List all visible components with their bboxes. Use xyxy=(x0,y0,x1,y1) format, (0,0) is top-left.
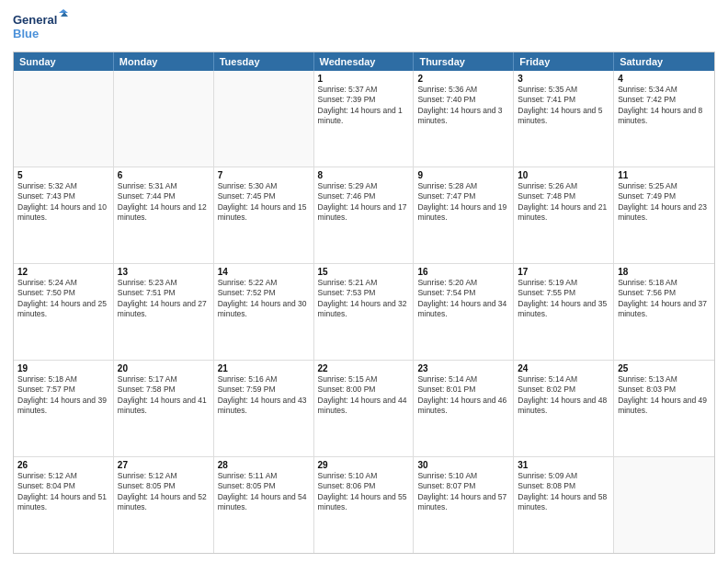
day-number: 26 xyxy=(17,460,109,470)
day-number: 6 xyxy=(118,170,210,180)
calendar-body: 1 Sunrise: 5:37 AMSunset: 7:39 PMDayligh… xyxy=(14,71,714,553)
day-number: 8 xyxy=(318,170,410,180)
header-day-sunday: Sunday xyxy=(14,52,114,71)
cell-info: Sunrise: 5:34 AMSunset: 7:42 PMDaylight:… xyxy=(618,85,711,127)
cell-info: Sunrise: 5:25 AMSunset: 7:49 PMDaylight:… xyxy=(618,181,711,224)
svg-text:Blue: Blue xyxy=(13,27,39,40)
day-cell-8: 8 Sunrise: 5:29 AMSunset: 7:46 PMDayligh… xyxy=(314,167,415,263)
cell-info: Sunrise: 5:28 AMSunset: 7:47 PMDaylight:… xyxy=(417,181,509,224)
cell-info: Sunrise: 5:15 AMSunset: 8:00 PMDaylight:… xyxy=(318,374,410,417)
day-number: 31 xyxy=(518,460,609,470)
day-number: 2 xyxy=(417,74,509,84)
day-cell-19: 19 Sunrise: 5:18 AMSunset: 7:57 PMDaylig… xyxy=(14,361,114,456)
cell-info: Sunrise: 5:11 AMSunset: 8:05 PMDaylight:… xyxy=(218,471,310,513)
cell-info: Sunrise: 5:14 AMSunset: 8:01 PMDaylight:… xyxy=(417,374,509,417)
cell-info: Sunrise: 5:21 AMSunset: 7:53 PMDaylight:… xyxy=(318,278,410,320)
week-row-5: 26 Sunrise: 5:12 AMSunset: 8:04 PMDaylig… xyxy=(14,457,714,553)
day-number: 12 xyxy=(17,267,109,277)
page-header: General Blue xyxy=(13,9,715,46)
cell-info: Sunrise: 5:12 AMSunset: 8:04 PMDaylight:… xyxy=(17,471,109,513)
day-cell-6: 6 Sunrise: 5:31 AMSunset: 7:44 PMDayligh… xyxy=(114,167,214,263)
cell-info: Sunrise: 5:09 AMSunset: 8:08 PMDaylight:… xyxy=(518,471,609,513)
day-cell-20: 20 Sunrise: 5:17 AMSunset: 7:58 PMDaylig… xyxy=(114,361,214,456)
cell-info: Sunrise: 5:16 AMSunset: 7:59 PMDaylight:… xyxy=(218,374,310,417)
day-cell-11: 11 Sunrise: 5:25 AMSunset: 7:49 PMDaylig… xyxy=(614,167,714,263)
day-cell-23: 23 Sunrise: 5:14 AMSunset: 8:01 PMDaylig… xyxy=(414,361,514,456)
empty-cell xyxy=(114,71,214,167)
header-day-thursday: Thursday xyxy=(414,52,514,71)
day-number: 20 xyxy=(118,363,210,373)
cell-info: Sunrise: 5:23 AMSunset: 7:51 PMDaylight:… xyxy=(118,278,210,320)
day-number: 27 xyxy=(118,460,210,470)
cell-info: Sunrise: 5:24 AMSunset: 7:50 PMDaylight:… xyxy=(17,278,109,320)
empty-cell xyxy=(214,71,314,167)
day-number: 7 xyxy=(218,170,310,180)
day-cell-4: 4 Sunrise: 5:34 AMSunset: 7:42 PMDayligh… xyxy=(614,71,714,167)
day-cell-13: 13 Sunrise: 5:23 AMSunset: 7:51 PMDaylig… xyxy=(114,264,214,360)
cell-info: Sunrise: 5:29 AMSunset: 7:46 PMDaylight:… xyxy=(318,181,410,224)
day-number: 25 xyxy=(618,363,711,373)
cell-info: Sunrise: 5:12 AMSunset: 8:05 PMDaylight:… xyxy=(118,471,210,513)
day-number: 19 xyxy=(17,363,109,373)
cell-info: Sunrise: 5:17 AMSunset: 7:58 PMDaylight:… xyxy=(118,374,210,417)
day-number: 29 xyxy=(318,460,410,470)
day-cell-10: 10 Sunrise: 5:26 AMSunset: 7:48 PMDaylig… xyxy=(514,167,614,263)
calendar-header: SundayMondayTuesdayWednesdayThursdayFrid… xyxy=(14,52,714,71)
day-cell-3: 3 Sunrise: 5:35 AMSunset: 7:41 PMDayligh… xyxy=(514,71,614,167)
day-number: 10 xyxy=(518,170,609,180)
day-cell-29: 29 Sunrise: 5:10 AMSunset: 8:06 PMDaylig… xyxy=(314,457,415,553)
day-number: 30 xyxy=(417,460,509,470)
week-row-4: 19 Sunrise: 5:18 AMSunset: 7:57 PMDaylig… xyxy=(14,361,714,457)
cell-info: Sunrise: 5:26 AMSunset: 7:48 PMDaylight:… xyxy=(518,181,609,224)
day-number: 5 xyxy=(17,170,109,180)
day-cell-25: 25 Sunrise: 5:13 AMSunset: 8:03 PMDaylig… xyxy=(614,361,714,456)
day-cell-12: 12 Sunrise: 5:24 AMSunset: 7:50 PMDaylig… xyxy=(14,264,114,360)
header-day-tuesday: Tuesday xyxy=(214,52,314,71)
logo: General Blue xyxy=(13,9,68,46)
day-number: 14 xyxy=(218,267,310,277)
header-day-wednesday: Wednesday xyxy=(314,52,415,71)
cell-info: Sunrise: 5:18 AMSunset: 7:56 PMDaylight:… xyxy=(618,278,711,320)
day-cell-14: 14 Sunrise: 5:22 AMSunset: 7:52 PMDaylig… xyxy=(214,264,314,360)
day-cell-17: 17 Sunrise: 5:19 AMSunset: 7:55 PMDaylig… xyxy=(514,264,614,360)
day-cell-15: 15 Sunrise: 5:21 AMSunset: 7:53 PMDaylig… xyxy=(314,264,415,360)
cell-info: Sunrise: 5:10 AMSunset: 8:07 PMDaylight:… xyxy=(417,471,509,513)
cell-info: Sunrise: 5:30 AMSunset: 7:45 PMDaylight:… xyxy=(218,181,310,224)
cell-info: Sunrise: 5:10 AMSunset: 8:06 PMDaylight:… xyxy=(318,471,410,513)
week-row-2: 5 Sunrise: 5:32 AMSunset: 7:43 PMDayligh… xyxy=(14,167,714,264)
cell-info: Sunrise: 5:35 AMSunset: 7:41 PMDaylight:… xyxy=(518,85,609,127)
day-number: 16 xyxy=(417,267,509,277)
day-number: 4 xyxy=(618,74,711,84)
cell-info: Sunrise: 5:37 AMSunset: 7:39 PMDaylight:… xyxy=(318,85,410,127)
day-number: 9 xyxy=(417,170,509,180)
calendar: SundayMondayTuesdayWednesdayThursdayFrid… xyxy=(13,52,715,554)
logo-svg: General Blue xyxy=(13,9,68,46)
empty-cell xyxy=(14,71,114,167)
day-number: 23 xyxy=(417,363,509,373)
day-number: 18 xyxy=(618,267,711,277)
day-number: 11 xyxy=(618,170,711,180)
day-number: 17 xyxy=(518,267,609,277)
svg-text:General: General xyxy=(13,13,57,27)
day-number: 1 xyxy=(318,74,410,84)
day-number: 24 xyxy=(518,363,609,373)
day-number: 22 xyxy=(318,363,410,373)
day-cell-31: 31 Sunrise: 5:09 AMSunset: 8:08 PMDaylig… xyxy=(514,457,614,553)
week-row-1: 1 Sunrise: 5:37 AMSunset: 7:39 PMDayligh… xyxy=(14,71,714,167)
day-cell-28: 28 Sunrise: 5:11 AMSunset: 8:05 PMDaylig… xyxy=(214,457,314,553)
day-cell-18: 18 Sunrise: 5:18 AMSunset: 7:56 PMDaylig… xyxy=(614,264,714,360)
day-cell-27: 27 Sunrise: 5:12 AMSunset: 8:05 PMDaylig… xyxy=(114,457,214,553)
header-day-friday: Friday xyxy=(514,52,614,71)
day-cell-30: 30 Sunrise: 5:10 AMSunset: 8:07 PMDaylig… xyxy=(414,457,514,553)
cell-info: Sunrise: 5:36 AMSunset: 7:40 PMDaylight:… xyxy=(417,85,509,127)
day-number: 21 xyxy=(218,363,310,373)
day-cell-22: 22 Sunrise: 5:15 AMSunset: 8:00 PMDaylig… xyxy=(314,361,415,456)
day-number: 3 xyxy=(518,74,609,84)
cell-info: Sunrise: 5:18 AMSunset: 7:57 PMDaylight:… xyxy=(17,374,109,417)
day-cell-26: 26 Sunrise: 5:12 AMSunset: 8:04 PMDaylig… xyxy=(14,457,114,553)
day-cell-24: 24 Sunrise: 5:14 AMSunset: 8:02 PMDaylig… xyxy=(514,361,614,456)
svg-marker-2 xyxy=(59,9,68,13)
day-number: 15 xyxy=(318,267,410,277)
day-cell-9: 9 Sunrise: 5:28 AMSunset: 7:47 PMDayligh… xyxy=(414,167,514,263)
cell-info: Sunrise: 5:19 AMSunset: 7:55 PMDaylight:… xyxy=(518,278,609,320)
